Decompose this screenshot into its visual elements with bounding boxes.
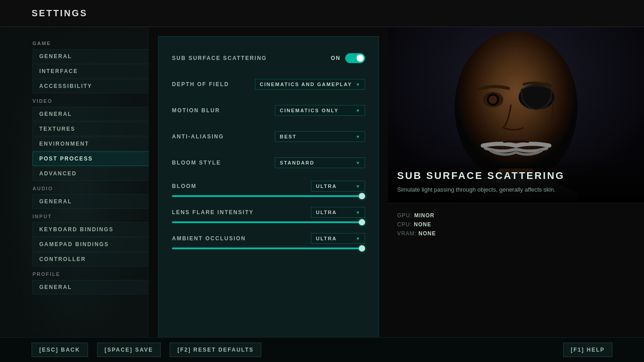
dropdown-arrow-bloom: ▼ — [356, 184, 360, 189]
sidebar-section-audio: AUDIO — [0, 181, 149, 194]
setting-row-anti-aliasing: ANTI-ALIASING BEST ▼ — [172, 128, 365, 145]
back-button[interactable]: [ESC] BACK — [32, 343, 88, 357]
slider-header-ambient-occlusion: AMBIENT OCCLUSION ULTRA ▼ — [172, 233, 365, 244]
setting-label-depth-of-field: DEPTH OF FIELD — [172, 81, 229, 87]
feature-description: Simulate light passing through objects, … — [397, 185, 635, 194]
vram-value: NONE — [418, 230, 436, 237]
setting-row-bloom-style: BLOOM STYLE STANDARD ▼ — [172, 155, 365, 171]
slider-fill-lens-flare-intensity — [172, 221, 365, 223]
dropdown-value-depth-of-field: CINEMATICS AND GAMEPLAY — [260, 82, 352, 87]
dropdown-anti-aliasing[interactable]: BEST ▼ — [275, 131, 365, 142]
sidebar-item-game-general[interactable]: GENERAL — [32, 49, 149, 64]
slider-track-ambient-occlusion[interactable] — [172, 247, 365, 249]
gpu-label: GPU: — [397, 212, 412, 219]
sidebar-item-input-keyboard[interactable]: KEYBOARD BINDINGS — [32, 222, 149, 237]
dropdown-value-anti-aliasing: BEST — [280, 134, 297, 139]
slider-header-lens-flare-intensity: LENS FLARE INTENSITY ULTRA ▼ — [172, 207, 365, 218]
setting-row-depth-of-field: DEPTH OF FIELD CINEMATICS AND GAMEPLAY ▼ — [172, 76, 365, 92]
setting-row-lens-flare-intensity: LENS FLARE INTENSITY ULTRA ▼ — [172, 207, 365, 223]
sidebar-item-profile-general[interactable]: GENERAL — [32, 280, 149, 294]
footer-right: [F1] HELP — [563, 343, 612, 357]
gpu-info-panel: GPU: MINOR CPU: NONE VRAM: NONE — [388, 203, 644, 248]
sidebar-section-video: VIDEO — [0, 94, 149, 106]
dropdown-value-motion-blur: CINEMATICS ONLY — [280, 108, 338, 113]
setting-label-anti-aliasing: ANTI-ALIASING — [172, 133, 224, 140]
sidebar-section-game: GAME — [0, 36, 149, 49]
sidebar-item-video-textures[interactable]: TEXTURES — [32, 122, 149, 136]
setting-label-sub-surface-scattering: SUB SURFACE SCATTERING — [172, 55, 267, 61]
dropdown-motion-blur[interactable]: CINEMATICS ONLY ▼ — [275, 105, 365, 116]
dropdown-arrow-motion-blur: ▼ — [356, 108, 360, 113]
toggle-value-sub-surface-scattering: ON — [331, 55, 341, 61]
save-button[interactable]: [SPACE] SAVE — [97, 343, 161, 357]
help-button[interactable]: [F1] HELP — [563, 343, 612, 357]
slider-fill-ambient-occlusion — [172, 247, 365, 249]
sidebar-item-input-controller[interactable]: CONTROLLER — [32, 252, 149, 266]
setting-label-ambient-occlusion: AMBIENT OCCLUSION — [172, 235, 246, 242]
right-panel: SUB SURFACE SCATTERING Simulate light pa… — [388, 27, 644, 362]
slider-thumb-lens-flare-intensity[interactable] — [359, 219, 365, 225]
setting-label-bloom: BLOOM — [172, 183, 197, 189]
cpu-row: CPU: NONE — [397, 221, 635, 228]
dropdown-ambient-occlusion[interactable]: ULTRA ▼ — [311, 233, 365, 244]
reset-defaults-button[interactable]: [F2] RESET DEFAULTS — [170, 343, 261, 357]
slider-header-bloom: BLOOM ULTRA ▼ — [172, 181, 365, 192]
sidebar-section-profile: PROFILE — [0, 267, 149, 280]
gpu-value: MINOR — [414, 212, 435, 219]
slider-thumb-ambient-occlusion[interactable] — [359, 245, 365, 252]
setting-row-sub-surface-scattering: SUB SURFACE SCATTERING ON — [172, 50, 365, 66]
content-area: SUB SURFACE SCATTERING ON DEPTH OF FIELD… — [149, 27, 644, 362]
sidebar-item-game-interface[interactable]: INTERFACE — [32, 64, 149, 78]
gpu-row: GPU: MINOR — [397, 212, 635, 219]
dropdown-arrow-ambient-occlusion: ▼ — [356, 236, 360, 241]
sidebar-item-video-post-process[interactable]: POST PROCESS — [32, 151, 149, 166]
slider-thumb-bloom[interactable] — [359, 193, 365, 199]
dropdown-lens-flare-intensity[interactable]: ULTRA ▼ — [311, 207, 365, 218]
setting-label-motion-blur: MOTION BLUR — [172, 107, 220, 114]
setting-control-sub-surface-scattering[interactable]: ON — [331, 53, 365, 63]
sidebar-item-video-environment[interactable]: ENVIRONMENT — [32, 137, 149, 151]
setting-row-bloom: BLOOM ULTRA ▼ — [172, 181, 365, 197]
cpu-value: NONE — [414, 221, 431, 228]
footer: [ESC] BACK [SPACE] SAVE [F2] RESET DEFAU… — [0, 337, 644, 362]
dropdown-value-bloom-style: STANDARD — [280, 160, 315, 165]
setting-label-lens-flare-intensity: LENS FLARE INTENSITY — [172, 209, 254, 215]
page-title: SETTINGS — [32, 8, 88, 18]
sidebar-item-audio-general[interactable]: GENERAL — [32, 194, 149, 209]
dropdown-bloom[interactable]: ULTRA ▼ — [311, 181, 365, 192]
sidebar-item-input-gamepad[interactable]: GAMEPAD BINDINGS — [32, 237, 149, 252]
slider-track-lens-flare-intensity[interactable] — [172, 221, 365, 223]
slider-track-bloom[interactable] — [172, 195, 365, 197]
feature-title: SUB SURFACE SCATTERING — [397, 170, 635, 182]
sidebar-section-input: INPUT — [0, 209, 149, 222]
dropdown-arrow-bloom-style: ▼ — [356, 160, 360, 165]
sidebar-item-video-advanced[interactable]: ADVANCED — [32, 166, 149, 181]
character-portrait: SUB SURFACE SCATTERING Simulate light pa… — [388, 27, 644, 203]
dropdown-arrow-depth-of-field: ▼ — [356, 82, 360, 87]
setting-row-motion-blur: MOTION BLUR CINEMATICS ONLY ▼ — [172, 102, 365, 119]
dropdown-value-lens-flare-intensity: ULTRA — [316, 210, 337, 215]
sidebar-item-video-general[interactable]: GENERAL — [32, 107, 149, 121]
dropdown-value-ambient-occlusion: ULTRA — [316, 236, 337, 241]
feature-description-panel: SUB SURFACE SCATTERING Simulate light pa… — [388, 161, 644, 203]
sidebar-item-game-accessibility[interactable]: ACCESSIBILITY — [32, 79, 149, 93]
slider-fill-bloom — [172, 195, 365, 197]
vram-label: VRAM: — [397, 230, 417, 237]
sidebar: GAMEGENERALINTERFACEACCESSIBILITYVIDEOGE… — [0, 27, 149, 362]
main-layout: GAMEGENERALINTERFACEACCESSIBILITYVIDEOGE… — [0, 27, 644, 362]
settings-panel: SUB SURFACE SCATTERING ON DEPTH OF FIELD… — [158, 36, 379, 353]
vram-row: VRAM: NONE — [397, 230, 635, 237]
dropdown-arrow-lens-flare-intensity: ▼ — [356, 210, 360, 215]
setting-row-ambient-occlusion: AMBIENT OCCLUSION ULTRA ▼ — [172, 233, 365, 249]
dropdown-bloom-style[interactable]: STANDARD ▼ — [275, 157, 365, 168]
header: SETTINGS — [0, 0, 644, 27]
dropdown-arrow-anti-aliasing: ▼ — [356, 134, 360, 139]
toggle-switch-sub-surface-scattering[interactable] — [345, 53, 365, 63]
setting-label-bloom-style: BLOOM STYLE — [172, 160, 221, 166]
dropdown-depth-of-field[interactable]: CINEMATICS AND GAMEPLAY ▼ — [255, 79, 365, 90]
cpu-label: CPU: — [397, 221, 412, 228]
dropdown-value-bloom: ULTRA — [316, 183, 337, 189]
